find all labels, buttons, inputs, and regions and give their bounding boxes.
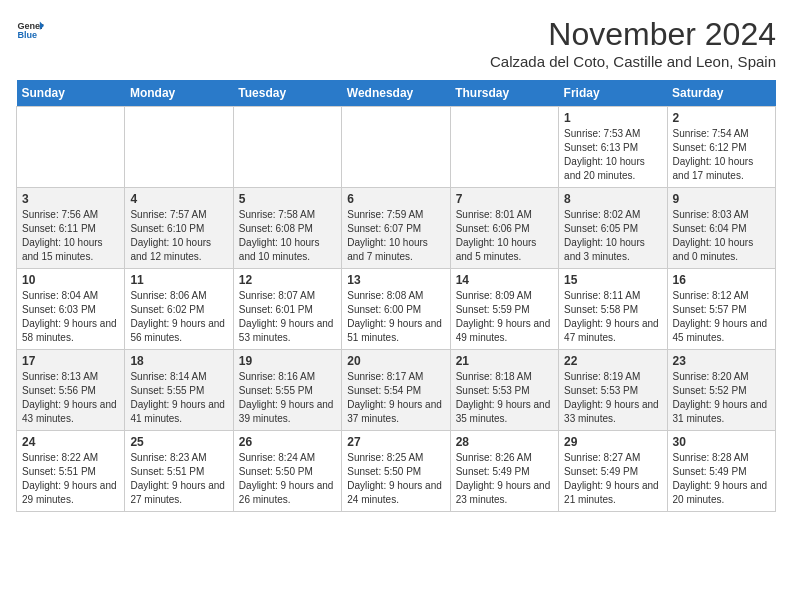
day-info: Sunrise: 8:03 AM Sunset: 6:04 PM Dayligh… <box>673 208 770 264</box>
calendar-day-cell: 2Sunrise: 7:54 AM Sunset: 6:12 PM Daylig… <box>667 107 775 188</box>
calendar-day-cell: 22Sunrise: 8:19 AM Sunset: 5:53 PM Dayli… <box>559 350 667 431</box>
calendar-day-cell: 19Sunrise: 8:16 AM Sunset: 5:55 PM Dayli… <box>233 350 341 431</box>
day-number: 2 <box>673 111 770 125</box>
day-number: 12 <box>239 273 336 287</box>
calendar-day-cell: 26Sunrise: 8:24 AM Sunset: 5:50 PM Dayli… <box>233 431 341 512</box>
calendar-day-cell <box>450 107 558 188</box>
day-number: 22 <box>564 354 661 368</box>
calendar-day-cell: 21Sunrise: 8:18 AM Sunset: 5:53 PM Dayli… <box>450 350 558 431</box>
calendar-day-cell: 30Sunrise: 8:28 AM Sunset: 5:49 PM Dayli… <box>667 431 775 512</box>
day-info: Sunrise: 7:54 AM Sunset: 6:12 PM Dayligh… <box>673 127 770 183</box>
day-info: Sunrise: 8:07 AM Sunset: 6:01 PM Dayligh… <box>239 289 336 345</box>
day-info: Sunrise: 8:13 AM Sunset: 5:56 PM Dayligh… <box>22 370 119 426</box>
day-info: Sunrise: 7:53 AM Sunset: 6:13 PM Dayligh… <box>564 127 661 183</box>
day-number: 27 <box>347 435 444 449</box>
day-number: 29 <box>564 435 661 449</box>
day-info: Sunrise: 8:28 AM Sunset: 5:49 PM Dayligh… <box>673 451 770 507</box>
day-info: Sunrise: 8:09 AM Sunset: 5:59 PM Dayligh… <box>456 289 553 345</box>
day-number: 4 <box>130 192 227 206</box>
calendar-day-cell: 14Sunrise: 8:09 AM Sunset: 5:59 PM Dayli… <box>450 269 558 350</box>
day-info: Sunrise: 8:06 AM Sunset: 6:02 PM Dayligh… <box>130 289 227 345</box>
day-info: Sunrise: 7:56 AM Sunset: 6:11 PM Dayligh… <box>22 208 119 264</box>
calendar-week-row: 1Sunrise: 7:53 AM Sunset: 6:13 PM Daylig… <box>17 107 776 188</box>
day-info: Sunrise: 8:12 AM Sunset: 5:57 PM Dayligh… <box>673 289 770 345</box>
day-info: Sunrise: 8:18 AM Sunset: 5:53 PM Dayligh… <box>456 370 553 426</box>
weekday-header-cell: Tuesday <box>233 80 341 107</box>
weekday-header-row: SundayMondayTuesdayWednesdayThursdayFrid… <box>17 80 776 107</box>
day-number: 13 <box>347 273 444 287</box>
day-number: 25 <box>130 435 227 449</box>
calendar-week-row: 3Sunrise: 7:56 AM Sunset: 6:11 PM Daylig… <box>17 188 776 269</box>
weekday-header-cell: Thursday <box>450 80 558 107</box>
day-info: Sunrise: 8:01 AM Sunset: 6:06 PM Dayligh… <box>456 208 553 264</box>
calendar-body: 1Sunrise: 7:53 AM Sunset: 6:13 PM Daylig… <box>17 107 776 512</box>
calendar-day-cell <box>17 107 125 188</box>
day-number: 17 <box>22 354 119 368</box>
calendar-day-cell: 18Sunrise: 8:14 AM Sunset: 5:55 PM Dayli… <box>125 350 233 431</box>
calendar-day-cell: 6Sunrise: 7:59 AM Sunset: 6:07 PM Daylig… <box>342 188 450 269</box>
day-info: Sunrise: 8:11 AM Sunset: 5:58 PM Dayligh… <box>564 289 661 345</box>
day-number: 6 <box>347 192 444 206</box>
calendar-day-cell: 10Sunrise: 8:04 AM Sunset: 6:03 PM Dayli… <box>17 269 125 350</box>
day-number: 18 <box>130 354 227 368</box>
day-number: 28 <box>456 435 553 449</box>
calendar-day-cell: 7Sunrise: 8:01 AM Sunset: 6:06 PM Daylig… <box>450 188 558 269</box>
day-info: Sunrise: 8:08 AM Sunset: 6:00 PM Dayligh… <box>347 289 444 345</box>
day-info: Sunrise: 7:57 AM Sunset: 6:10 PM Dayligh… <box>130 208 227 264</box>
calendar-day-cell: 1Sunrise: 7:53 AM Sunset: 6:13 PM Daylig… <box>559 107 667 188</box>
calendar-day-cell: 20Sunrise: 8:17 AM Sunset: 5:54 PM Dayli… <box>342 350 450 431</box>
day-info: Sunrise: 7:59 AM Sunset: 6:07 PM Dayligh… <box>347 208 444 264</box>
calendar-week-row: 24Sunrise: 8:22 AM Sunset: 5:51 PM Dayli… <box>17 431 776 512</box>
day-info: Sunrise: 7:58 AM Sunset: 6:08 PM Dayligh… <box>239 208 336 264</box>
day-info: Sunrise: 8:23 AM Sunset: 5:51 PM Dayligh… <box>130 451 227 507</box>
day-number: 8 <box>564 192 661 206</box>
day-info: Sunrise: 8:14 AM Sunset: 5:55 PM Dayligh… <box>130 370 227 426</box>
calendar-day-cell: 8Sunrise: 8:02 AM Sunset: 6:05 PM Daylig… <box>559 188 667 269</box>
day-number: 1 <box>564 111 661 125</box>
calendar-day-cell: 12Sunrise: 8:07 AM Sunset: 6:01 PM Dayli… <box>233 269 341 350</box>
day-info: Sunrise: 8:02 AM Sunset: 6:05 PM Dayligh… <box>564 208 661 264</box>
day-number: 14 <box>456 273 553 287</box>
calendar-day-cell: 17Sunrise: 8:13 AM Sunset: 5:56 PM Dayli… <box>17 350 125 431</box>
calendar-day-cell <box>125 107 233 188</box>
day-info: Sunrise: 8:22 AM Sunset: 5:51 PM Dayligh… <box>22 451 119 507</box>
page-header: General Blue November 2024 Calzada del C… <box>16 16 776 70</box>
day-number: 15 <box>564 273 661 287</box>
calendar-day-cell: 16Sunrise: 8:12 AM Sunset: 5:57 PM Dayli… <box>667 269 775 350</box>
day-info: Sunrise: 8:04 AM Sunset: 6:03 PM Dayligh… <box>22 289 119 345</box>
month-title: November 2024 <box>490 16 776 53</box>
day-number: 21 <box>456 354 553 368</box>
day-info: Sunrise: 8:16 AM Sunset: 5:55 PM Dayligh… <box>239 370 336 426</box>
day-info: Sunrise: 8:27 AM Sunset: 5:49 PM Dayligh… <box>564 451 661 507</box>
calendar-day-cell: 27Sunrise: 8:25 AM Sunset: 5:50 PM Dayli… <box>342 431 450 512</box>
calendar-day-cell <box>342 107 450 188</box>
calendar-day-cell: 9Sunrise: 8:03 AM Sunset: 6:04 PM Daylig… <box>667 188 775 269</box>
svg-text:Blue: Blue <box>17 30 37 40</box>
calendar-week-row: 10Sunrise: 8:04 AM Sunset: 6:03 PM Dayli… <box>17 269 776 350</box>
weekday-header-cell: Wednesday <box>342 80 450 107</box>
weekday-header-cell: Friday <box>559 80 667 107</box>
calendar-day-cell: 23Sunrise: 8:20 AM Sunset: 5:52 PM Dayli… <box>667 350 775 431</box>
day-number: 16 <box>673 273 770 287</box>
calendar-day-cell: 4Sunrise: 7:57 AM Sunset: 6:10 PM Daylig… <box>125 188 233 269</box>
calendar-day-cell: 29Sunrise: 8:27 AM Sunset: 5:49 PM Dayli… <box>559 431 667 512</box>
calendar-day-cell: 24Sunrise: 8:22 AM Sunset: 5:51 PM Dayli… <box>17 431 125 512</box>
day-number: 23 <box>673 354 770 368</box>
weekday-header-cell: Sunday <box>17 80 125 107</box>
day-number: 9 <box>673 192 770 206</box>
day-number: 20 <box>347 354 444 368</box>
day-number: 10 <box>22 273 119 287</box>
calendar-table: SundayMondayTuesdayWednesdayThursdayFrid… <box>16 80 776 512</box>
day-number: 3 <box>22 192 119 206</box>
day-number: 26 <box>239 435 336 449</box>
day-info: Sunrise: 8:25 AM Sunset: 5:50 PM Dayligh… <box>347 451 444 507</box>
calendar-day-cell: 5Sunrise: 7:58 AM Sunset: 6:08 PM Daylig… <box>233 188 341 269</box>
day-info: Sunrise: 8:19 AM Sunset: 5:53 PM Dayligh… <box>564 370 661 426</box>
title-block: November 2024 Calzada del Coto, Castille… <box>490 16 776 70</box>
calendar-day-cell <box>233 107 341 188</box>
day-info: Sunrise: 8:20 AM Sunset: 5:52 PM Dayligh… <box>673 370 770 426</box>
calendar-day-cell: 13Sunrise: 8:08 AM Sunset: 6:00 PM Dayli… <box>342 269 450 350</box>
day-number: 11 <box>130 273 227 287</box>
day-number: 5 <box>239 192 336 206</box>
day-info: Sunrise: 8:24 AM Sunset: 5:50 PM Dayligh… <box>239 451 336 507</box>
